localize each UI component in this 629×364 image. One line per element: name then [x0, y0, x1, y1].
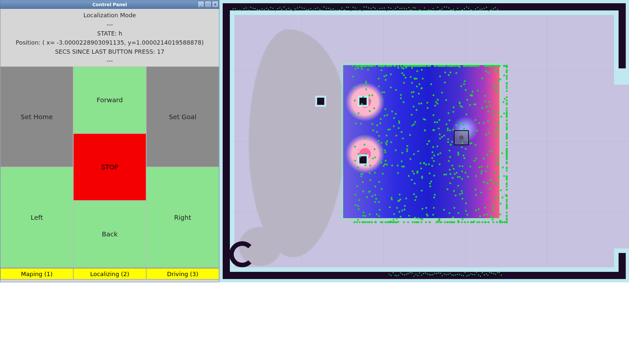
close-button[interactable]: × — [212, 1, 218, 7]
maximize-icon: □ — [206, 2, 210, 7]
direction-pad: Set Home Forward Set Goal STOP Left Back… — [0, 66, 219, 268]
map-wall — [223, 272, 626, 279]
footer-spacer — [0, 279, 219, 282]
status-secs: SECS SINCE LAST BUTTON PRESS: 17 — [3, 47, 217, 56]
free-space-region — [249, 29, 346, 257]
map-wall — [619, 3, 626, 68]
window-title: Control Panel — [92, 2, 127, 7]
obstacle-marker — [359, 156, 367, 163]
costmap-region — [343, 65, 499, 218]
set-home-button[interactable]: Set Home — [0, 66, 73, 167]
robot-pose-marker — [454, 130, 469, 145]
mapping-mode-button[interactable]: Maping (1) — [0, 268, 73, 279]
mapping-label: Maping (1) — [21, 271, 52, 277]
driving-label: Driving (3) — [167, 271, 198, 277]
map-wall — [619, 253, 626, 279]
minimize-button[interactable]: _ — [198, 1, 204, 7]
driving-mode-button[interactable]: Driving (3) — [146, 268, 219, 279]
status-state: STATE: h — [3, 29, 217, 38]
obstacle-marker — [317, 98, 324, 105]
status-sep: --- — [3, 20, 217, 29]
status-panel: Localization Mode --- STATE: h Position:… — [0, 9, 219, 66]
localizing-mode-button[interactable]: Localizing (2) — [73, 268, 146, 279]
status-sep: --- — [3, 56, 217, 65]
forward-label: Forward — [97, 96, 123, 104]
map-wall — [223, 3, 230, 279]
close-icon: × — [214, 2, 217, 7]
window-controls: _ □ × — [198, 1, 218, 7]
back-label: Back — [102, 230, 118, 238]
minimize-icon: _ — [200, 2, 202, 7]
map-view[interactable] — [219, 0, 629, 282]
status-mode: Localization Mode — [3, 11, 217, 20]
forward-button[interactable]: Forward — [73, 66, 146, 133]
titlebar[interactable]: Control Panel _ □ × — [0, 0, 219, 9]
right-button[interactable]: Right — [146, 167, 219, 268]
maximize-button[interactable]: □ — [205, 1, 211, 7]
left-label: Left — [31, 214, 43, 221]
map-wall — [229, 241, 255, 267]
status-position: Position: ( x= -3.0000228903091135, y=1.… — [3, 38, 217, 47]
obstacle-marker — [359, 98, 367, 105]
right-label: Right — [174, 214, 191, 221]
set-home-label: Set Home — [21, 113, 53, 121]
mode-row: Maping (1) Localizing (2) Driving (3) — [0, 268, 219, 279]
stop-label: STOP — [101, 163, 119, 171]
left-button[interactable]: Left — [0, 167, 73, 268]
stop-button[interactable]: STOP — [73, 133, 146, 201]
set-goal-label: Set Goal — [169, 113, 197, 121]
localizing-label: Localizing (2) — [90, 271, 129, 277]
control-panel-window: Control Panel _ □ × Localization Mode --… — [0, 0, 219, 282]
set-goal-button[interactable]: Set Goal — [146, 66, 219, 167]
back-button[interactable]: Back — [73, 201, 146, 268]
map-wall — [223, 3, 626, 10]
